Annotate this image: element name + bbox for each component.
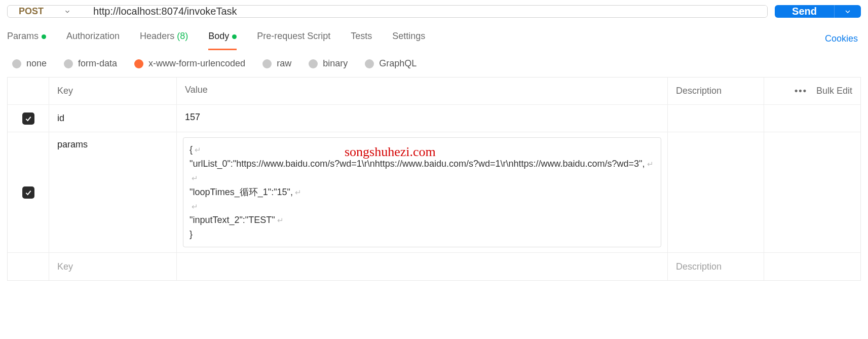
body-type-none[interactable]: none [12,58,47,69]
tab-params-label: Params [7,31,39,41]
tab-params[interactable]: Params [7,27,46,50]
send-button[interactable]: Send [775,5,834,18]
request-top-bar: POST Send [0,0,868,22]
row-description-placeholder[interactable]: Description [668,253,764,280]
http-method-select[interactable]: POST [8,6,82,17]
body-type-none-label: none [26,58,47,69]
request-url-input[interactable] [82,6,767,17]
url-group: POST [7,5,768,18]
row-check-cell [8,253,49,280]
status-dot-icon [232,34,237,39]
table-header-check [8,78,49,104]
body-type-graphql[interactable]: GraphQL [365,58,417,69]
tab-headers-count: (8) [177,31,188,41]
more-options-icon[interactable]: ••• [795,86,807,96]
table-row: id 157 [8,105,860,132]
row-key-cell[interactable]: id [49,105,177,132]
row-check-cell [8,132,49,252]
bulk-edit-link[interactable]: Bulk Edit [816,86,852,96]
tab-tests[interactable]: Tests [351,27,372,50]
table-header-key: Key [49,78,177,104]
chevron-down-icon [64,8,71,15]
body-type-raw-label: raw [277,58,291,69]
tab-settings[interactable]: Settings [392,27,425,50]
table-header-value: Value [177,78,668,104]
row-check-cell [8,105,49,132]
row-actions-cell [764,253,860,280]
request-tabs: Params Authorization Headers (8) Body Pr… [0,22,868,50]
body-type-raw[interactable]: raw [262,58,291,69]
radio-icon [12,59,21,68]
chevron-down-icon [844,8,852,16]
cookies-link[interactable]: Cookies [825,33,861,44]
row-value-cell[interactable]: 157 [177,105,668,132]
tab-headers-label: Headers [140,31,174,41]
tab-body[interactable]: Body [208,27,237,50]
body-type-binary[interactable]: binary [309,58,348,69]
body-type-urlencoded[interactable]: x-www-form-urlencoded [134,58,245,69]
checkmark-icon [24,189,32,197]
radio-icon [262,59,272,68]
tab-headers[interactable]: Headers (8) [140,27,188,50]
table-header-row: Key Value Description ••• Bulk Edit [8,78,860,105]
table-header-actions: ••• Bulk Edit [764,78,860,104]
tab-authorization[interactable]: Authorization [66,27,120,50]
body-type-graphql-label: GraphQL [379,58,417,69]
body-type-form-data[interactable]: form-data [64,58,117,69]
radio-icon [134,59,143,68]
row-description-cell[interactable] [668,105,764,132]
row-key-cell[interactable]: params [49,132,177,252]
table-row: params { ↵"urlList_0":"https://www.baidu… [8,132,860,253]
table-header-description: Description [668,78,764,104]
row-description-cell[interactable] [668,132,764,252]
row-enabled-checkbox[interactable] [22,112,34,125]
http-method-label: POST [19,6,44,17]
status-dot-icon [42,34,46,39]
row-value-textarea[interactable]: { ↵"urlList_0":"https://www.baidu.com/s?… [183,137,661,247]
params-table: Key Value Description ••• Bulk Edit id 1… [7,77,861,281]
body-type-binary-label: binary [323,58,348,69]
row-enabled-checkbox[interactable] [22,186,34,199]
tab-pre-request-script[interactable]: Pre-request Script [257,27,330,50]
tabs-left: Params Authorization Headers (8) Body Pr… [7,27,425,50]
checkmark-icon [24,115,32,123]
row-actions-cell [764,132,860,252]
table-placeholder-row: Key Description [8,253,860,280]
radio-icon [365,59,374,68]
send-dropdown-button[interactable] [834,5,861,18]
send-group: Send [775,5,861,18]
body-type-urlencoded-label: x-www-form-urlencoded [148,58,245,69]
row-value-cell: { ↵"urlList_0":"https://www.baidu.com/s?… [177,132,668,252]
row-key-placeholder[interactable]: Key [49,253,177,280]
body-type-selector: none form-data x-www-form-urlencoded raw… [0,50,868,77]
row-actions-cell [764,105,860,132]
body-type-form-data-label: form-data [78,58,117,69]
row-value-placeholder[interactable] [177,253,668,280]
radio-icon [309,59,318,68]
radio-icon [64,59,73,68]
tab-body-label: Body [208,31,229,41]
